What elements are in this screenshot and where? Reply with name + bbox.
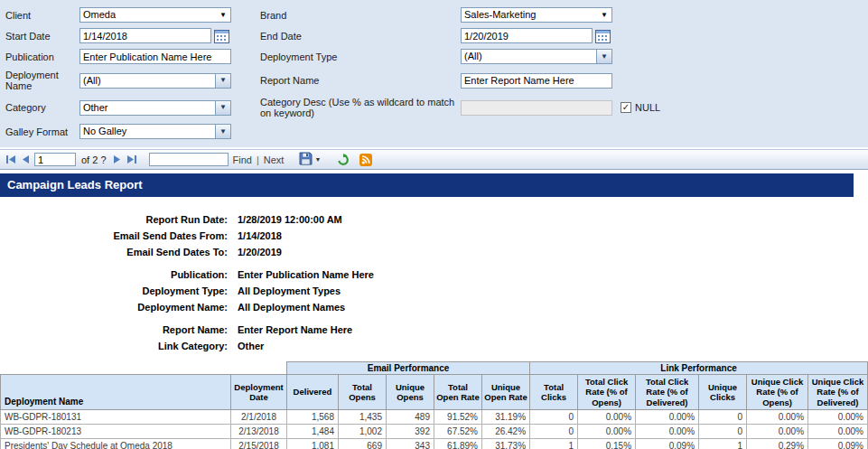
meta-label: Email Send Dates To: (0, 244, 228, 260)
report-title-bar: Campaign Leads Report (0, 173, 854, 197)
end-date-input[interactable] (461, 28, 593, 43)
client-label: Client (5, 10, 79, 21)
meta-value: Enter Publication Name Here (238, 267, 374, 283)
report-meta: Report Run Date:1/28/2019 12:00:00 AMEma… (0, 211, 868, 354)
data-cell: 0.15% (578, 439, 636, 449)
next-link[interactable]: Next (264, 154, 285, 165)
table-row: WB-GDPR-1802132/13/20181,4841,00239267.5… (1, 425, 868, 439)
first-page-button[interactable] (5, 154, 17, 164)
category-dropdown[interactable]: Other ▼ (79, 100, 231, 116)
group-header: Link Performance (530, 362, 868, 375)
column-header: Total Opens (339, 375, 387, 410)
data-cell: 0.00% (808, 410, 868, 425)
chevron-down-icon: ▼ (219, 128, 227, 136)
data-cell: 0.00% (747, 425, 808, 439)
chevron-down-icon: ▼ (597, 8, 611, 22)
data-cell: 0 (530, 425, 578, 439)
null-checkbox-label: NULL (635, 102, 660, 113)
meta-row: Deployment Name:All Deployment Names (0, 299, 868, 315)
publication-input[interactable] (79, 49, 231, 64)
column-header: Total Clicks (530, 375, 578, 410)
meta-row: Email Send Dates From:1/14/2018 (0, 228, 868, 244)
brand-dropdown-value: Sales-Marketing (462, 8, 597, 22)
data-cell: 0.29% (747, 439, 808, 449)
report-name-input[interactable] (461, 73, 612, 89)
meta-value: 1/20/2019 (238, 244, 282, 260)
data-cell: 392 (387, 425, 434, 439)
column-header: Unique Open Rate (482, 375, 530, 410)
chevron-down-icon: ▼ (219, 104, 227, 111)
deployment-name-label: Deployment Name (5, 70, 79, 91)
deployment-name-dropdown[interactable]: (All) ▼ (79, 73, 231, 89)
find-link[interactable]: Find (233, 154, 252, 165)
combo-button[interactable]: ▼ (215, 74, 230, 88)
brand-dropdown[interactable]: Sales-Marketing ▼ (461, 7, 612, 23)
page-number-input[interactable] (34, 153, 76, 166)
table-row: Presidents' Day Schedule at Omeda 20182/… (1, 439, 868, 449)
meta-label: Email Send Dates From: (0, 228, 228, 244)
meta-label: Report Name: (0, 322, 228, 338)
start-date-input[interactable] (79, 28, 211, 43)
meta-value: 1/28/2019 12:00:00 AM (238, 211, 342, 228)
client-dropdown[interactable]: Omeda ▼ (79, 7, 231, 23)
chevron-down-icon: ▼ (216, 8, 230, 22)
data-cell: 1,081 (287, 439, 339, 449)
data-feed-button[interactable] (359, 154, 372, 166)
chevron-down-icon: ▼ (219, 77, 227, 84)
data-cell: 0 (699, 410, 747, 425)
combo-button[interactable]: ▼ (215, 125, 230, 138)
meta-row: Publication:Enter Publication Name Here (0, 267, 868, 283)
galley-format-dropdown[interactable]: No Galley ▼ (79, 124, 231, 139)
null-checkbox[interactable]: ✓ (621, 102, 631, 113)
data-cell: 0.09% (808, 439, 868, 449)
meta-value: Enter Report Name Here (238, 322, 352, 338)
data-cell: 26.42% (482, 425, 530, 439)
data-cell: 1,435 (339, 410, 387, 425)
data-cell: 0.00% (747, 410, 808, 425)
next-page-button[interactable] (112, 154, 122, 164)
data-cell: 2/1/2018 (231, 410, 287, 425)
data-cell: 31.19% (482, 410, 530, 425)
category-desc-input (461, 100, 612, 116)
data-cell: 0.00% (636, 425, 699, 439)
calendar-icon[interactable] (214, 29, 229, 43)
save-export-icon (299, 152, 313, 167)
find-text-input[interactable] (149, 153, 229, 166)
data-cell: 0.00% (636, 410, 699, 425)
combo-button[interactable]: ▼ (596, 50, 611, 63)
data-cell: 1,568 (287, 410, 339, 425)
meta-value: 1/14/2018 (238, 228, 282, 244)
report-table: Email PerformanceLink PerformanceDeploym… (0, 361, 868, 449)
data-cell: 669 (339, 439, 387, 449)
start-date-label: Start Date (5, 31, 79, 42)
deployment-type-dropdown-value: (All) (462, 50, 596, 63)
galley-format-dropdown-value: No Galley (80, 125, 215, 138)
report-title: Campaign Leads Report (7, 178, 143, 192)
data-cell: 1,002 (339, 425, 387, 439)
deployment-name-cell: WB-GDPR-180131 (1, 410, 231, 425)
meta-label: Deployment Type: (0, 283, 228, 299)
column-header: Deployment Name (1, 375, 231, 410)
column-header: Unique Clicks (699, 375, 747, 410)
column-header: Unique Opens (387, 375, 434, 410)
prev-page-button[interactable] (21, 154, 31, 164)
brand-label: Brand (260, 10, 461, 21)
data-cell: 0.09% (636, 439, 699, 449)
last-page-button[interactable] (126, 154, 138, 164)
page-count-label: of 2 ? (81, 154, 107, 165)
galley-format-label: Galley Format (5, 126, 79, 137)
data-cell: 489 (387, 410, 434, 425)
export-dropdown-button[interactable]: ▼ (299, 152, 321, 167)
refresh-button[interactable] (337, 154, 350, 166)
data-cell: 67.52% (434, 425, 482, 439)
column-header: Deployment Date (231, 375, 287, 410)
calendar-icon[interactable] (595, 29, 611, 43)
meta-label: Link Category: (0, 338, 228, 354)
meta-value: Other (238, 338, 264, 354)
meta-value: All Deployment Names (238, 299, 345, 315)
deployment-type-dropdown[interactable]: (All) ▼ (461, 49, 612, 64)
data-cell: 0.00% (578, 425, 636, 439)
combo-button[interactable]: ▼ (215, 101, 230, 115)
data-cell: 1 (530, 439, 578, 449)
data-cell: 0.00% (808, 425, 868, 439)
